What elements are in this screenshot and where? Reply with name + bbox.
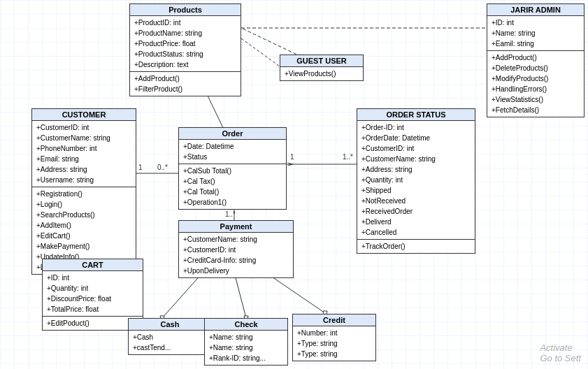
cash-box: Cash +Cash +castTend... (128, 318, 212, 355)
order-methods: +CalSub Total() +Cal Tax() +Cal Total() … (179, 164, 286, 209)
svg-text:1..*: 1..* (343, 153, 353, 161)
order-title: Order (179, 128, 286, 140)
svg-line-18 (234, 273, 246, 318)
svg-marker-9 (287, 162, 294, 166)
svg-line-16 (162, 273, 203, 318)
svg-text:1: 1 (138, 164, 143, 171)
order-box: Order +Date: Datetime +Status +CalSub To… (178, 127, 287, 210)
order-status-attrs: +Order-ID: int +OrderDate: Datetime +Cus… (357, 121, 475, 240)
check-attrs: +Name: string +Name: string +Rank-ID: st… (205, 331, 287, 365)
order-status-box: ORDER STATUS +Order-ID: int +OrderDate: … (357, 108, 475, 254)
guest-user-title: GUEST USER (280, 55, 363, 67)
credit-title: Credit (293, 314, 375, 326)
svg-line-23 (241, 38, 280, 66)
svg-text:1: 1 (290, 153, 294, 161)
payment-box: Payment +CustomerName: string +CustomerI… (178, 220, 294, 278)
credit-attrs: +Number: int +Type: string +Type: string (293, 326, 375, 361)
order-attrs: +Date: Datetime +Status (179, 140, 286, 164)
jarir-admin-methods: +AddProduct() +DeleteProducts() +ModifyP… (487, 51, 584, 117)
cash-attrs: +Cash +castTend... (129, 331, 211, 354)
svg-line-20 (266, 273, 325, 313)
check-box: Check +Name: string +Name: string +Rank-… (204, 318, 288, 366)
order-status-title: ORDER STATUS (357, 109, 475, 121)
cart-title: CART (43, 259, 143, 271)
jarir-admin-box: JARIR ADMIN +ID: int +Name: string +Eami… (487, 3, 585, 117)
check-title: Check (205, 319, 287, 331)
svg-text:1..*: 1..* (225, 210, 236, 218)
svg-text:0..*: 0..* (157, 164, 168, 171)
products-attrs: +ProductID: int +ProductName: string +Pr… (130, 16, 241, 72)
jarir-admin-title: JARIR ADMIN (487, 4, 584, 16)
payment-attrs: +CustomerName: string +CustomerID: int +… (179, 233, 293, 277)
diagram-canvas: 1 0..* 1 1..* 1 1..* Products +ProductID… (0, 0, 588, 369)
jarir-admin-attrs: +ID: int +Name: string +Eamil: string (487, 16, 584, 51)
products-box: Products +ProductID: int +ProductName: s… (129, 3, 241, 96)
cash-title: Cash (129, 319, 211, 331)
payment-title: Payment (179, 221, 293, 233)
products-methods: +AddProduct() +FilterProduct() (130, 72, 241, 96)
guest-user-methods: +ViewProducts() (280, 67, 363, 80)
customer-title: CUSTOMER (32, 109, 136, 121)
watermark: ActivateGo to Sett (540, 342, 581, 363)
credit-box: Credit +Number: int +Type: string +Type:… (292, 314, 376, 361)
customer-attrs: +CustomerID: int +CustomerName: string +… (32, 121, 136, 187)
guest-user-box: GUEST USER +ViewProducts() (280, 55, 364, 81)
order-status-methods: +TrackOrder() (357, 240, 475, 253)
cart-attrs: +ID: int +Quantity: int +DiscountPrice: … (43, 271, 143, 317)
customer-box: CUSTOMER +CustomerID: int +CustomerName:… (31, 108, 136, 275)
products-title: Products (130, 4, 241, 16)
